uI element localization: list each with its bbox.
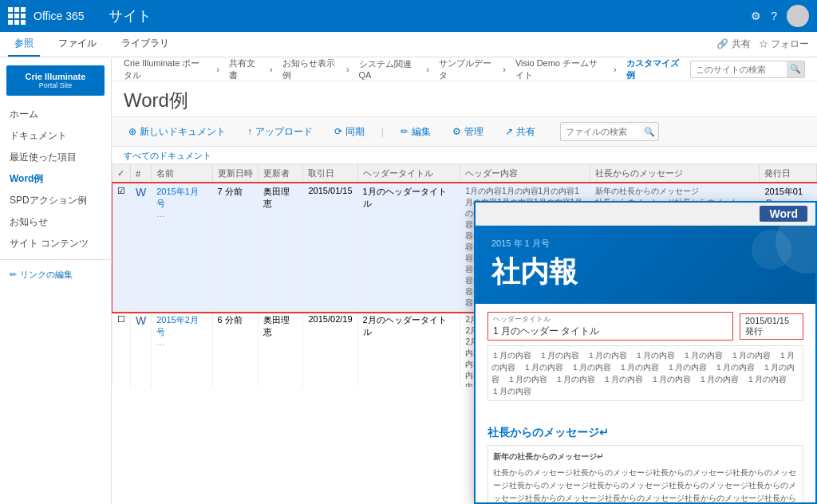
upload-icon: ↑	[247, 126, 252, 137]
main-layout: Crie Illuminate Portal Site ホーム ドキュメント 最…	[0, 57, 817, 504]
office365-label: Office 365	[34, 10, 85, 22]
cell-author: 奥田理恵	[258, 183, 303, 312]
col-num: #	[131, 164, 152, 183]
cell-header-title: 2月のヘッダータイトル	[357, 312, 460, 388]
cell-name: 2015年1月号 …	[152, 183, 212, 312]
header-title-field[interactable]: ヘッダータイトル 1 月のヘッダー タイトル	[487, 312, 733, 341]
doc-header-blue: 2015 年 1 月号 社内報	[476, 226, 815, 304]
word-preview-popup: Word 2015 年 1 月号 社内報 ヘッダータイトル 1 月のヘッ	[474, 201, 817, 504]
sitenav-sample[interactable]: サンプルデータ	[439, 57, 493, 81]
site-search-button[interactable]: 🔍	[787, 61, 804, 77]
edit-button[interactable]: ✏ 編集	[396, 123, 436, 141]
cell-date: 2015/02/19	[303, 312, 357, 388]
top-bar-icons: ⚙ ?	[751, 5, 809, 27]
sidebar-item-documents[interactable]: ドキュメント	[0, 125, 111, 147]
nav-bar: 参照 ファイル ライブラリ 🔗 共有 ☆ フォロー	[0, 32, 817, 57]
col-message: 社長からのメッセージ	[590, 164, 759, 183]
manage-icon: ⚙	[452, 126, 461, 137]
doc-section-title: 社長からのメッセージ↵	[487, 426, 803, 440]
cell-num: W	[131, 312, 152, 388]
word-preview-body: 2015 年 1 月号 社内報 ヘッダータイトル 1 月のヘッダー タイトル 2…	[476, 226, 815, 502]
col-header-content: ヘッダー内容	[460, 164, 590, 183]
nav-right: 🔗 共有 ☆ フォロー	[716, 37, 809, 51]
doc-name-link[interactable]: 2015年1月号	[156, 186, 207, 210]
page-title: Word例	[124, 88, 805, 113]
cell-num: W	[131, 183, 152, 312]
doc-icon: W	[136, 314, 146, 327]
upload-button[interactable]: ↑ アップロード	[243, 123, 318, 141]
share-link[interactable]: 🔗 共有	[716, 37, 750, 51]
doc-icon: W	[136, 186, 146, 199]
field-value: 1 月のヘッダー タイトル	[493, 325, 728, 338]
field-label-small: ヘッダータイトル	[493, 314, 728, 325]
cell-author: 奥田理恵	[258, 312, 303, 388]
deco-circle2	[752, 230, 791, 270]
avatar[interactable]	[787, 5, 809, 27]
follow-link[interactable]: ☆ フォロー	[759, 37, 809, 51]
sidebar-item-news[interactable]: お知らせ	[0, 211, 111, 233]
file-search-button[interactable]: 🔍	[641, 125, 658, 139]
doc-more: …	[156, 338, 207, 347]
sitenav-notice[interactable]: お知らせ表示例	[282, 57, 337, 81]
cell-modified: 7 分前	[212, 183, 258, 312]
doc-more: …	[156, 210, 207, 219]
doc-name-link[interactable]: 2015年2月号	[156, 314, 207, 338]
nav-tab-library[interactable]: ライブラリ	[115, 32, 176, 57]
breadcrumb-link[interactable]: すべてのドキュメント	[124, 151, 211, 160]
logo-title: Crie Illuminate	[13, 72, 98, 81]
plus-icon: ⊕	[128, 126, 136, 137]
col-publish: 発行日	[760, 164, 817, 183]
site-search-input[interactable]	[691, 63, 787, 76]
site-title-bar: サイト	[109, 6, 744, 26]
word-label: Word	[760, 206, 807, 222]
spacer	[487, 406, 803, 418]
site-nav-search: 🔍	[690, 61, 805, 78]
col-author: 更新者	[258, 164, 303, 183]
doc-field-row: ヘッダータイトル 1 月のヘッダー タイトル 2015/01/15 発行	[487, 312, 803, 341]
doc-content: ヘッダータイトル 1 月のヘッダー タイトル 2015/01/15 発行 １月の…	[476, 304, 815, 502]
cell-date: 2015/01/15	[303, 183, 357, 312]
date-field: 2015/01/15 発行	[740, 313, 803, 340]
top-bar: Office 365 サイト ⚙ ?	[0, 0, 817, 32]
sitenav-custom[interactable]: カスタマイズ例	[626, 57, 681, 81]
file-search-input[interactable]	[561, 125, 641, 138]
nav-tab-browse[interactable]: 参照	[8, 32, 40, 57]
site-nav: Crie Illuminate ポータル › 共有文書 › お知らせ表示例 › …	[112, 57, 817, 81]
word-preview-header: Word	[476, 203, 815, 226]
nav-tab-file[interactable]: ファイル	[52, 32, 103, 57]
sync-button[interactable]: ⟳ 同期	[330, 123, 369, 141]
breadcrumb: すべてのドキュメント	[112, 147, 817, 163]
cell-modified: 6 分前	[212, 312, 258, 388]
settings-icon[interactable]: ⚙	[751, 10, 761, 22]
col-check: ✓	[112, 164, 131, 183]
doc-message-body: 新年の社長からのメッセージ↵ 社長からのメッセージ社長からのメッセージ社長からの…	[487, 445, 803, 502]
col-date: 取引日	[303, 164, 357, 183]
sidebar-item-home[interactable]: ホーム	[0, 104, 111, 125]
sidebar-item-spd[interactable]: SPDアクション例	[0, 190, 111, 211]
doc-body-text: １月の内容 １月の内容 １月の内容 １月の内容 １月の内容 １月の内容 １月の内…	[487, 345, 803, 401]
sitenav-portal[interactable]: Crie Illuminate ポータル	[124, 57, 207, 81]
cell-check[interactable]: ☐	[112, 312, 131, 388]
sitenav-system[interactable]: システム関連QA	[359, 58, 417, 80]
sidebar-link-edit[interactable]: ✏ リンクの編集	[0, 265, 111, 285]
new-document-button[interactable]: ⊕ 新しいドキュメント	[124, 123, 231, 141]
sidebar: Crie Illuminate Portal Site ホーム ドキュメント 最…	[0, 57, 112, 504]
sidebar-item-site-contents[interactable]: サイト コンテンツ	[0, 233, 111, 254]
sitenav-shared[interactable]: 共有文書	[229, 57, 260, 81]
share-button[interactable]: ↗ 共有	[500, 123, 540, 141]
sitenav-visio[interactable]: Visio Demo チームサイト	[515, 57, 604, 81]
col-name: 名前	[152, 164, 212, 183]
cell-check[interactable]: ☑	[112, 183, 131, 312]
help-icon[interactable]: ?	[771, 10, 777, 22]
col-modified: 更新日時	[212, 164, 258, 183]
manage-button[interactable]: ⚙ 管理	[448, 123, 488, 141]
toolbar: ⊕ 新しいドキュメント ↑ アップロード ⟳ 同期 | ✏ 編集 ⚙ 管理 ↗	[112, 117, 817, 147]
waffle-icon[interactable]	[8, 7, 26, 25]
edit-icon: ✏	[401, 126, 408, 137]
page-title-area: Word例	[112, 81, 817, 117]
content-area: Crie Illuminate ポータル › 共有文書 › お知らせ表示例 › …	[112, 57, 817, 504]
cell-header-title: 1月のヘッダータイトル	[357, 183, 460, 312]
sidebar-item-word[interactable]: Word例	[0, 168, 111, 190]
sync-icon: ⟳	[334, 126, 342, 137]
sidebar-item-recent[interactable]: 最近使った項目	[0, 147, 111, 168]
